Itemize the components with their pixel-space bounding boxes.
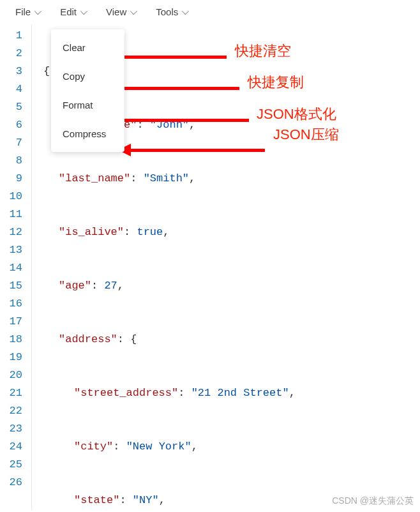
line-number: 21	[0, 384, 22, 402]
line-number: 6	[0, 116, 22, 134]
line-number-gutter: 1 2 3 4 5 6 7 8 9 10 11 12 13 14 15 16 1…	[0, 24, 32, 509]
line-number: 9	[0, 170, 22, 188]
edit-dropdown-menu: Clear Copy Format Compress	[51, 29, 124, 152]
chevron-down-icon	[80, 7, 87, 14]
code-line: "is_alive": true,	[43, 223, 420, 241]
dropdown-item-compress[interactable]: Compress	[51, 119, 124, 148]
line-number: 18	[0, 331, 22, 349]
menu-edit-label: Edit	[60, 6, 77, 17]
line-number: 7	[0, 134, 22, 152]
line-number: 3	[0, 63, 22, 80]
line-number: 22	[0, 402, 22, 420]
line-number: 8	[0, 152, 22, 170]
line-number: 24	[0, 438, 22, 456]
chevron-down-icon	[130, 7, 137, 14]
line-number: 13	[0, 241, 22, 259]
menu-view[interactable]: View	[106, 6, 135, 17]
line-number: 2	[0, 45, 22, 63]
line-number: 5	[0, 98, 22, 116]
line-number: 23	[0, 420, 22, 438]
line-number: 17	[0, 313, 22, 331]
line-number: 10	[0, 188, 22, 206]
menu-view-label: View	[106, 6, 126, 17]
code-line: "street_address": "21 2nd Street",	[43, 384, 420, 402]
chevron-down-icon	[182, 7, 189, 14]
dropdown-item-format[interactable]: Format	[51, 91, 124, 119]
line-number: 15	[0, 277, 22, 295]
line-number: 25	[0, 456, 22, 474]
line-number: 14	[0, 259, 22, 277]
menu-tools-label: Tools	[156, 6, 178, 17]
line-number: 11	[0, 206, 22, 223]
menu-file[interactable]: File	[15, 6, 40, 17]
code-line: "city": "New York",	[43, 438, 420, 456]
code-line: "address": {	[43, 331, 420, 349]
line-number: 4	[0, 80, 22, 98]
chevron-down-icon	[34, 7, 41, 14]
menu-tools[interactable]: Tools	[156, 6, 187, 17]
code-line: "age": 27,	[43, 277, 420, 295]
dropdown-item-clear[interactable]: Clear	[51, 33, 124, 62]
line-number: 26	[0, 474, 22, 492]
menu-edit[interactable]: Edit	[60, 6, 86, 17]
dropdown-item-copy[interactable]: Copy	[51, 62, 124, 91]
line-number: 16	[0, 295, 22, 313]
line-number: 12	[0, 223, 22, 241]
menu-file-label: File	[15, 6, 31, 17]
code-line: "last_name": "Smith",	[43, 170, 420, 188]
watermark: CSDN @迷失蒲公英	[332, 495, 414, 507]
line-number: 1	[0, 27, 22, 45]
line-number: 19	[0, 349, 22, 366]
line-number: 20	[0, 366, 22, 384]
menubar: File Edit View Tools	[0, 0, 420, 24]
